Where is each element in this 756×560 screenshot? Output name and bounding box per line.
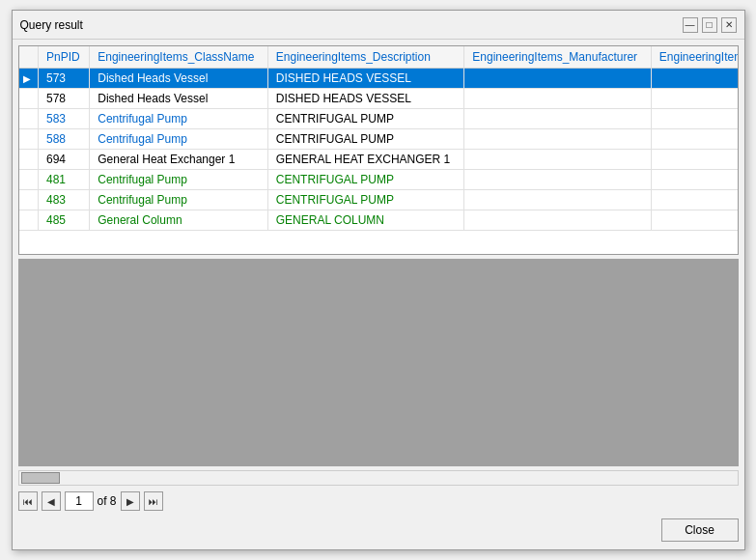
total-pages: of 8 bbox=[98, 494, 117, 508]
pagination-row: ⏮ ◀ of 8 ▶ ⏭ bbox=[18, 490, 739, 513]
description-cell: GENERAL COLUMN bbox=[267, 210, 464, 231]
table-header-row: PnPID EngineeringItems_ClassName Enginee… bbox=[19, 46, 739, 69]
classname-cell[interactable]: Centrifugal Pump bbox=[90, 170, 268, 190]
table-row[interactable]: 485General ColumnGENERAL COLUMN bbox=[19, 210, 739, 231]
model-cell bbox=[651, 129, 738, 150]
classname-cell[interactable]: Dished Heads Vessel bbox=[90, 69, 268, 89]
minimize-button[interactable]: — bbox=[683, 17, 698, 33]
col-indicator bbox=[19, 46, 39, 69]
horizontal-scrollbar[interactable] bbox=[18, 470, 739, 486]
classname-cell[interactable]: Centrifugal Pump bbox=[90, 109, 268, 129]
close-button[interactable]: Close bbox=[661, 518, 739, 542]
close-window-button[interactable]: ✕ bbox=[721, 17, 737, 33]
row-indicator-cell bbox=[19, 190, 39, 210]
window-title: Query result bbox=[20, 18, 83, 32]
last-page-button[interactable]: ⏭ bbox=[144, 491, 163, 511]
query-result-window: Query result — □ ✕ PnPID EngineeringItem… bbox=[12, 10, 745, 550]
description-cell: DISHED HEADS VESSEL bbox=[267, 69, 464, 89]
classname-cell[interactable]: Dished Heads Vessel bbox=[90, 89, 268, 109]
col-classname[interactable]: EngineeringItems_ClassName bbox=[90, 46, 268, 69]
model-cell bbox=[651, 109, 738, 129]
pnpid-cell[interactable]: 578 bbox=[39, 89, 90, 109]
table-row[interactable]: 588Centrifugal PumpCENTRIFUGAL PUMP bbox=[19, 129, 739, 150]
row-indicator-cell bbox=[19, 150, 39, 170]
col-description[interactable]: EngineeringItems_Description bbox=[267, 46, 464, 69]
pnpid-cell[interactable]: 573 bbox=[39, 69, 90, 89]
results-table: PnPID EngineeringItems_ClassName Enginee… bbox=[19, 46, 739, 231]
empty-gray-area bbox=[18, 259, 739, 466]
maximize-button[interactable]: □ bbox=[702, 17, 717, 33]
model-cell bbox=[651, 89, 738, 109]
description-cell: CENTRIFUGAL PUMP bbox=[267, 129, 464, 150]
results-table-container[interactable]: PnPID EngineeringItems_ClassName Enginee… bbox=[18, 45, 739, 255]
classname-cell[interactable]: General Column bbox=[90, 210, 268, 231]
classname-cell[interactable]: Centrifugal Pump bbox=[90, 190, 268, 210]
scrollbar-thumb[interactable] bbox=[21, 472, 60, 484]
table-row[interactable]: 578Dished Heads VesselDISHED HEADS VESSE… bbox=[19, 89, 739, 109]
close-row: Close bbox=[18, 517, 739, 544]
window-body: PnPID EngineeringItems_ClassName Enginee… bbox=[13, 40, 744, 549]
pnpid-cell[interactable]: 481 bbox=[39, 170, 90, 190]
table-row[interactable]: 583Centrifugal PumpCENTRIFUGAL PUMP bbox=[19, 109, 739, 129]
prev-page-button[interactable]: ◀ bbox=[42, 491, 61, 511]
pnpid-cell[interactable]: 483 bbox=[39, 190, 90, 210]
row-indicator-cell bbox=[19, 170, 39, 190]
title-bar: Query result — □ ✕ bbox=[13, 11, 744, 40]
table-row[interactable]: 481Centrifugal PumpCENTRIFUGAL PUMP bbox=[19, 170, 739, 190]
row-indicator-cell bbox=[19, 89, 39, 109]
table-row[interactable]: 483Centrifugal PumpCENTRIFUGAL PUMP bbox=[19, 190, 739, 210]
model-cell bbox=[651, 150, 738, 170]
pnpid-cell[interactable]: 485 bbox=[39, 210, 90, 231]
pnpid-cell[interactable]: 583 bbox=[39, 109, 90, 129]
col-pnpid[interactable]: PnPID bbox=[39, 46, 90, 69]
pnpid-cell[interactable]: 588 bbox=[39, 129, 90, 150]
manufacturer-cell bbox=[464, 210, 651, 231]
table-row[interactable]: 694General Heat Exchanger 1GENERAL HEAT … bbox=[19, 150, 739, 170]
bottom-bar: ⏮ ◀ of 8 ▶ ⏭ Close bbox=[18, 470, 739, 544]
manufacturer-cell bbox=[464, 109, 651, 129]
description-cell: GENERAL HEAT EXCHANGER 1 bbox=[267, 150, 464, 170]
manufacturer-cell bbox=[464, 170, 651, 190]
manufacturer-cell bbox=[464, 129, 651, 150]
model-cell bbox=[651, 190, 738, 210]
next-page-button[interactable]: ▶ bbox=[121, 491, 140, 511]
manufacturer-cell bbox=[464, 69, 651, 89]
model-cell bbox=[651, 69, 738, 89]
col-model[interactable]: EngineeringItems_Mod bbox=[651, 46, 738, 69]
classname-cell[interactable]: Centrifugal Pump bbox=[90, 129, 268, 150]
description-cell: CENTRIFUGAL PUMP bbox=[267, 109, 464, 129]
classname-cell[interactable]: General Heat Exchanger 1 bbox=[90, 150, 268, 170]
manufacturer-cell bbox=[464, 190, 651, 210]
manufacturer-cell bbox=[464, 150, 651, 170]
model-cell bbox=[651, 210, 738, 231]
row-indicator-cell bbox=[19, 129, 39, 150]
model-cell bbox=[651, 170, 738, 190]
first-page-button[interactable]: ⏮ bbox=[18, 491, 38, 511]
row-indicator-cell bbox=[19, 210, 39, 231]
description-cell: CENTRIFUGAL PUMP bbox=[267, 190, 464, 210]
row-indicator-cell bbox=[19, 109, 39, 129]
table-row[interactable]: ▶573Dished Heads VesselDISHED HEADS VESS… bbox=[19, 69, 739, 89]
page-number-input[interactable] bbox=[65, 491, 94, 511]
window-controls: — □ ✕ bbox=[683, 17, 737, 33]
manufacturer-cell bbox=[464, 89, 651, 109]
description-cell: DISHED HEADS VESSEL bbox=[267, 89, 464, 109]
row-indicator-cell: ▶ bbox=[19, 69, 39, 89]
col-manufacturer[interactable]: EngineeringItems_Manufacturer bbox=[464, 46, 651, 69]
pnpid-cell[interactable]: 694 bbox=[39, 150, 90, 170]
description-cell: CENTRIFUGAL PUMP bbox=[267, 170, 464, 190]
